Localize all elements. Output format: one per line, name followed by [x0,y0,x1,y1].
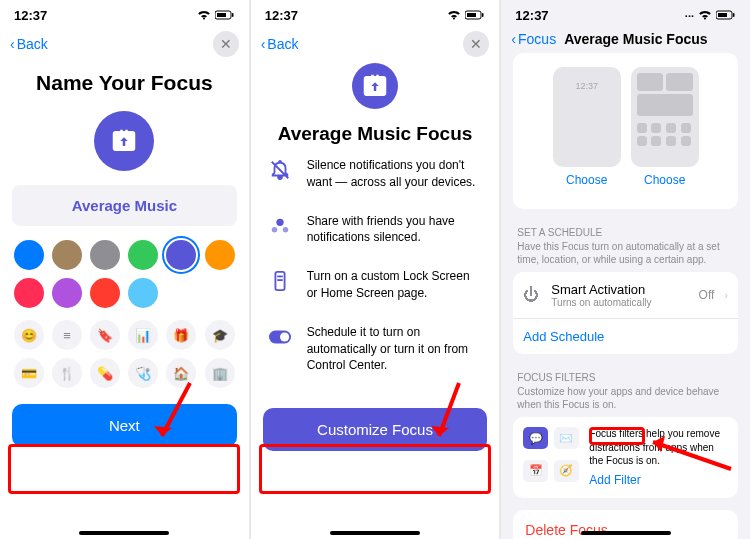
nav-bar: ‹ Back ✕ [251,25,500,63]
next-button[interactable]: Next [12,404,237,447]
mock-time: 12:37 [559,81,615,91]
back-label: Back [17,36,48,52]
color-option[interactable] [205,240,235,270]
chevron-left-icon: ‹ [10,36,15,52]
glyph-option[interactable]: 🏠 [166,358,196,388]
annotation-highlight [8,444,240,494]
focus-icon-preview [94,111,154,171]
home-indicator[interactable] [581,531,671,535]
lock-screen-preview[interactable]: 12:37 Choose [553,67,621,187]
add-filter-button[interactable]: Add Filter [589,472,640,488]
wifi-icon [447,10,461,22]
chevron-left-icon: ‹ [261,36,266,52]
close-icon: ✕ [470,36,482,52]
screens-preview-card: 12:37 Choose Choose [513,53,738,209]
glyph-option[interactable]: 💳 [14,358,44,388]
glyph-option[interactable]: 💊 [90,358,120,388]
glyph-option[interactable]: ≡ [52,320,82,350]
home-indicator[interactable] [79,531,169,535]
battery-icon [215,10,235,22]
focus-icon-preview [352,63,398,109]
filters-subtitle: Customize how your apps and device behav… [517,385,734,411]
home-screen-preview[interactable]: Choose [631,67,699,187]
feature-item: Share with friends you have notification… [267,213,484,247]
choose-home-screen[interactable]: Choose [644,173,685,187]
glyph-option[interactable]: 🩺 [128,358,158,388]
smart-activation-title: Smart Activation [551,282,688,297]
choose-lock-screen[interactable]: Choose [566,173,607,187]
schedule-subtitle: Have this Focus turn on automatically at… [517,240,734,266]
svg-rect-20 [733,13,735,17]
svg-point-8 [276,218,283,225]
svg-rect-2 [232,13,234,17]
filter-icons: 💬 ✉️ 📅 🧭 [523,427,579,488]
share-icon [267,213,293,239]
annotation-highlight [259,444,491,494]
close-button[interactable]: ✕ [213,31,239,57]
color-option[interactable] [52,278,82,308]
back-button[interactable]: ‹ Back [10,36,48,52]
nav-bar: ‹ Back ✕ [0,25,249,63]
focus-filters-card: 💬 ✉️ 📅 🧭 Focus filters help you remove d… [513,417,738,498]
nav-title: Average Music Focus [564,31,707,47]
screen-focus-summary: 12:37 ‹ Back ✕ Average Music Focus Silen… [251,0,500,539]
color-option[interactable] [90,278,120,308]
svg-rect-6 [467,13,476,17]
feature-text: Silence notifications you don't want — a… [307,157,484,191]
close-button[interactable]: ✕ [463,31,489,57]
battery-icon [716,10,736,22]
svg-point-9 [271,227,277,233]
wifi-icon [698,10,712,22]
focus-name-input[interactable]: Average Music [12,185,237,226]
customize-focus-button[interactable]: Customize Focus [263,408,488,451]
color-option[interactable] [128,278,158,308]
phone-screen-icon [267,268,293,294]
feature-item: Silence notifications you don't want — a… [267,157,484,191]
color-option[interactable] [14,278,44,308]
svg-rect-1 [217,13,226,17]
calendar-icon: 📅 [523,460,548,482]
glyph-option[interactable]: 🎓 [205,320,235,350]
back-button[interactable]: ‹ Focus [511,31,556,47]
back-button[interactable]: ‹ Back [261,36,299,52]
color-option[interactable] [90,240,120,270]
svg-rect-19 [718,13,727,17]
status-time: 12:37 [515,8,548,23]
feature-list: Silence notifications you don't want — a… [251,157,500,396]
feature-text: Turn on a custom Lock Screen or Home Scr… [307,268,484,302]
glyph-option[interactable]: 😊 [14,320,44,350]
color-option[interactable] [52,240,82,270]
back-label: Back [267,36,298,52]
feature-item: Schedule it to turn on automatically or … [267,324,484,374]
glyph-option[interactable]: 🎁 [166,320,196,350]
power-icon: ⏻ [523,286,541,304]
svg-point-10 [282,227,288,233]
wifi-icon [197,10,211,22]
battery-icon [465,10,485,22]
color-option[interactable] [128,240,158,270]
screen-name-focus: 12:37 ‹ Back ✕ Name Your Focus Average M… [0,0,249,539]
back-label: Focus [518,31,556,47]
color-option[interactable] [14,240,44,270]
feature-text: Share with friends you have notification… [307,213,484,247]
status-time: 12:37 [265,8,298,23]
color-option[interactable] [166,240,196,270]
mail-icon: ✉️ [554,427,579,449]
glyph-option[interactable]: 🏢 [205,358,235,388]
home-indicator[interactable] [330,531,420,535]
status-bar: 12:37 [0,0,249,25]
smart-activation-row[interactable]: ⏻ Smart Activation Turns on automaticall… [513,272,738,354]
close-icon: ✕ [220,36,232,52]
status-bar: 12:37 [251,0,500,25]
glyph-picker-row2: 💳 🍴 💊 🩺 🏠 🏢 [0,354,249,392]
glyph-option[interactable]: 🔖 [90,320,120,350]
svg-point-15 [280,332,289,341]
glyph-option[interactable]: 🍴 [52,358,82,388]
screen-focus-settings: 12:37 ··· ‹ Focus Average Music Focus 12… [501,0,750,539]
chevron-left-icon: ‹ [511,31,516,47]
svg-rect-7 [482,13,484,17]
bell-slash-icon [267,157,293,183]
glyph-option[interactable]: 📊 [128,320,158,350]
schedule-header: SET A SCHEDULE [517,227,734,238]
add-schedule-button[interactable]: Add Schedule [513,318,738,354]
